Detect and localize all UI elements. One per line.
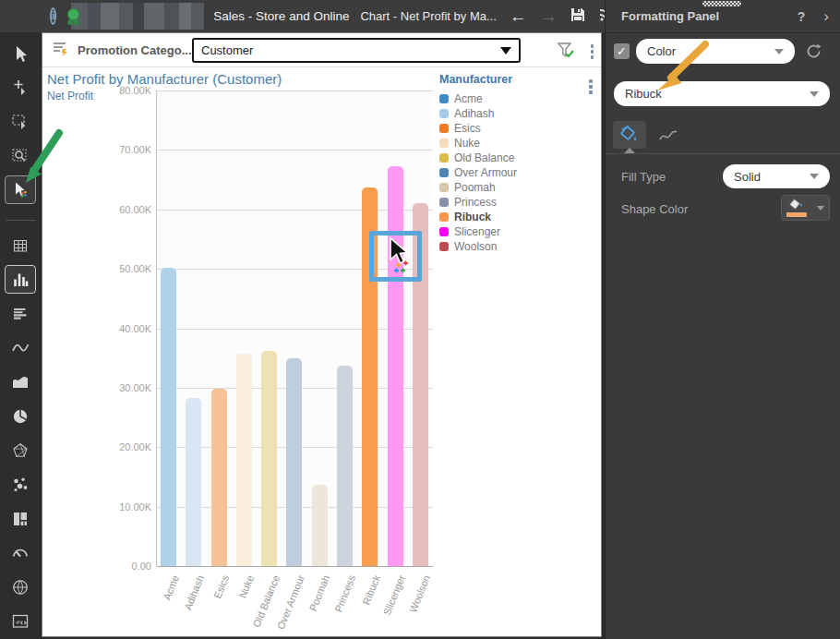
bar-adihash[interactable] xyxy=(186,398,201,566)
network-visualization-icon[interactable] xyxy=(5,436,36,464)
forward-icon: → xyxy=(540,6,558,27)
add-tool-icon[interactable] xyxy=(5,73,36,102)
legend-label: Acme xyxy=(454,92,483,105)
kebab-menu-icon[interactable] xyxy=(591,44,594,59)
paint-bucket-icon xyxy=(786,199,807,217)
gauge-visualization-icon[interactable] xyxy=(5,538,36,567)
legend-item-woolson[interactable]: Woolson xyxy=(439,239,601,254)
scatter-visualization-icon[interactable] xyxy=(5,470,36,499)
line-chart-visualization-icon[interactable] xyxy=(5,333,36,362)
legend-label: Over Armour xyxy=(454,166,517,179)
legend: Manufacturer AcmeAdihashEsicsNukeOld Bal… xyxy=(439,73,601,254)
legend-swatch xyxy=(439,94,449,103)
attribute-icon xyxy=(52,40,70,60)
legend-swatch xyxy=(439,109,449,118)
bar-chart-visualization-icon[interactable] xyxy=(5,265,36,294)
fill-type-dropdown[interactable]: Solid xyxy=(723,164,830,188)
format-property-dropdown[interactable]: Color xyxy=(636,39,795,64)
filter-applied-icon[interactable] xyxy=(557,42,575,63)
page-by-toolbar: Promotion Catego... Customer xyxy=(42,33,601,67)
apply-formatting-checkbox[interactable]: ✓ xyxy=(614,43,630,59)
legend-swatch xyxy=(439,139,449,148)
legend-swatch xyxy=(439,227,449,236)
collapse-panel-icon[interactable]: › xyxy=(823,7,829,26)
marquee-select-tool-icon[interactable] xyxy=(5,107,36,136)
y-tick-label: 0.00 xyxy=(96,561,151,572)
reset-icon[interactable] xyxy=(805,42,822,64)
y-tick-label: 60.00K xyxy=(96,204,151,215)
help-icon[interactable]: ? xyxy=(798,9,806,24)
legend-item-princess[interactable]: Princess xyxy=(439,195,601,210)
legend-title: Manufacturer xyxy=(439,73,601,86)
legend-swatch xyxy=(439,212,449,222)
legend-item-slicenger[interactable]: Slicenger xyxy=(439,224,601,239)
y-tick-label: 50.00K xyxy=(96,263,151,274)
chevron-down-icon xyxy=(817,206,824,211)
formatting-panel: Formatting Panel ? › ✓ Color Ribuck Fill… xyxy=(605,0,840,639)
legend-label: Esics xyxy=(454,122,481,135)
bar-princess[interactable] xyxy=(337,366,353,566)
bar-over-armour[interactable] xyxy=(286,358,302,566)
chevron-down-icon xyxy=(500,47,511,54)
bar-series xyxy=(156,90,433,566)
shape-color-picker[interactable] xyxy=(781,195,830,221)
map-visualization-icon[interactable] xyxy=(5,573,36,601)
bar-poomah[interactable] xyxy=(312,485,328,566)
view-title: Chart - Net Profit by Ma... xyxy=(360,9,496,23)
shape-color-label: Shape Color xyxy=(621,202,688,216)
image-visualization-icon[interactable] xyxy=(5,607,36,635)
legend-kebab-menu-icon[interactable] xyxy=(589,79,593,94)
grid-visualization-icon[interactable] xyxy=(5,231,36,259)
chevron-down-icon xyxy=(810,91,819,97)
back-icon[interactable]: ← xyxy=(510,6,527,27)
bar-nuke[interactable] xyxy=(236,354,252,566)
legend-item-acme[interactable]: Acme xyxy=(439,91,601,106)
line-tab-icon[interactable] xyxy=(654,124,683,148)
area-chart-visualization-icon[interactable] xyxy=(5,368,36,396)
visualization-sidebar xyxy=(0,32,42,639)
bar-acme[interactable] xyxy=(161,268,176,566)
legend-swatch xyxy=(439,153,449,163)
legend-swatch xyxy=(439,168,449,177)
fill-type-label: Fill Type xyxy=(621,170,666,184)
formatting-panel-header: Formatting Panel ? › xyxy=(606,0,840,33)
y-tick-label: 30.00K xyxy=(96,382,151,393)
zoom-select-tool-icon[interactable] xyxy=(5,141,36,170)
legend-label: Poomah xyxy=(454,181,496,194)
bar-old-balance[interactable] xyxy=(261,351,277,566)
y-tick-label: 10.00K xyxy=(96,501,151,512)
list-visualization-icon[interactable] xyxy=(5,299,36,328)
select-tool-icon[interactable] xyxy=(5,39,36,67)
info-icon[interactable]: i xyxy=(50,7,56,25)
legend-item-over-armour[interactable]: Over Armour xyxy=(439,165,601,180)
fill-tab-icon[interactable] xyxy=(613,121,646,149)
chevron-down-icon xyxy=(810,174,819,179)
title-bar: i Sales - Store and Online Chart - Net P… xyxy=(0,0,605,32)
mouse-cursor-icon xyxy=(381,236,413,277)
treemap-visualization-icon[interactable] xyxy=(5,504,36,533)
legend-item-poomah[interactable]: Poomah xyxy=(439,180,601,195)
legend-item-nuke[interactable]: Nuke xyxy=(439,136,601,151)
pie-chart-visualization-icon[interactable] xyxy=(5,402,36,430)
save-icon[interactable] xyxy=(570,6,586,27)
y-tick-label: 70.00K xyxy=(96,144,151,155)
legend-item-ribuck[interactable]: Ribuck xyxy=(439,210,601,224)
legend-swatch xyxy=(439,242,449,251)
legend-label: Nuke xyxy=(454,137,480,150)
legend-swatch xyxy=(439,183,449,192)
bar-slicenger[interactable] xyxy=(388,166,403,566)
legend-swatch xyxy=(439,124,449,133)
rectangular-select-tool-icon[interactable] xyxy=(5,175,36,204)
bar-esics[interactable] xyxy=(211,389,227,566)
legend-items: AcmeAdihashEsicsNukeOld BalanceOver Armo… xyxy=(439,91,601,254)
chevron-down-icon xyxy=(774,49,784,54)
gridline xyxy=(157,566,433,567)
redacted-blocks xyxy=(71,3,204,30)
formatting-panel-title: Formatting Panel xyxy=(621,9,798,23)
page-by-dropdown[interactable]: Customer xyxy=(192,38,521,63)
legend-item-adihash[interactable]: Adihash xyxy=(439,106,601,121)
format-target-dropdown[interactable]: Ribuck xyxy=(614,81,830,106)
legend-item-esics[interactable]: Esics xyxy=(439,121,601,136)
legend-item-old-balance[interactable]: Old Balance xyxy=(439,151,601,165)
legend-label: Adihash xyxy=(454,107,494,120)
